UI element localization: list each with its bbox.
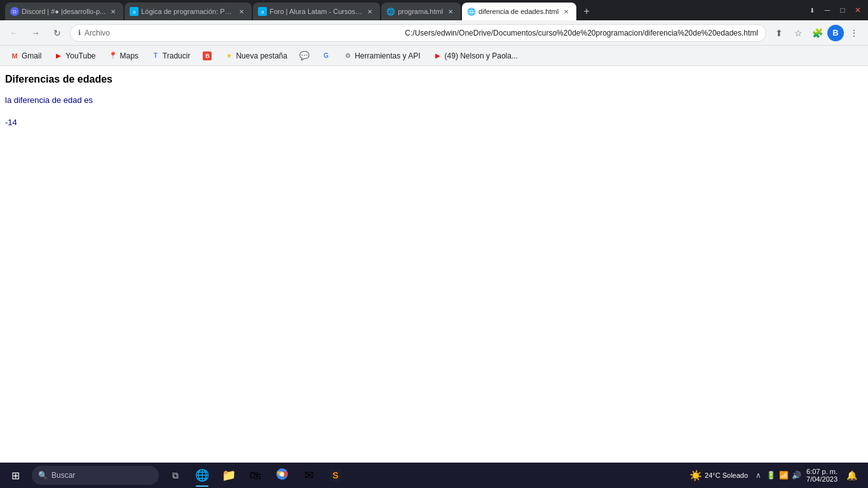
profile-icon[interactable]: ⬇ bbox=[807, 5, 817, 15]
tab-favicon-logica: a bbox=[130, 7, 139, 16]
bookmark-maps[interactable]: 📍 Maps bbox=[104, 48, 144, 64]
browser-toolbar: ← → ↻ ℹ Archivo C:/Users/edwin/OneDrive/… bbox=[0, 20, 868, 46]
gmail-icon: M bbox=[10, 51, 19, 60]
search-icon: 🔍 bbox=[38, 471, 48, 480]
tab-title-logica: Lógica de programación: Pri... bbox=[141, 8, 234, 15]
blogger-icon: B bbox=[203, 51, 212, 60]
tab-logica[interactable]: a Lógica de programación: Pri... ✕ bbox=[125, 3, 252, 20]
taskbar-sublime[interactable]: S bbox=[323, 463, 348, 488]
taskbar-edge[interactable]: 🌐 bbox=[189, 463, 215, 488]
refresh-button[interactable]: ↻ bbox=[48, 24, 66, 42]
mail-icon: ✉ bbox=[304, 468, 314, 482]
tab-title-programa: programa.html bbox=[398, 8, 443, 15]
bookmark-google[interactable]: G bbox=[316, 48, 336, 64]
tab-title-diferencia: diferencia de edades.html bbox=[478, 8, 559, 15]
clock-time: 6:07 p. m. bbox=[806, 468, 837, 475]
network-icon: 📶 bbox=[778, 470, 789, 480]
tab-close-discord[interactable]: ✕ bbox=[108, 6, 118, 17]
page-heading: Diferencias de edades bbox=[5, 74, 863, 85]
taskbar-apps: ⧉ 🌐 📁 🛍 ✉ bbox=[163, 463, 348, 488]
back-button[interactable]: ← bbox=[5, 24, 23, 42]
minimize-button[interactable]: ─ bbox=[822, 5, 832, 15]
page-content: Diferencias de edades la diferencia de e… bbox=[0, 66, 868, 463]
bookmark-youtube-label: YouTube bbox=[65, 51, 95, 60]
taskview-icon: ⧉ bbox=[172, 470, 179, 481]
taskbar-mail[interactable]: ✉ bbox=[296, 463, 322, 488]
tab-favicon-diferencia: 🌐 bbox=[467, 7, 476, 16]
bookmark-b[interactable]: B bbox=[198, 48, 217, 64]
page-result: -14 bbox=[5, 118, 863, 127]
page-text: la diferencia de edad es bbox=[5, 95, 863, 105]
maximize-button[interactable]: □ bbox=[837, 5, 848, 15]
bookmark-herramientas[interactable]: ⚙ Herramientas y API bbox=[338, 48, 425, 64]
tab-close-logica[interactable]: ✕ bbox=[236, 6, 247, 17]
clock-date: 7/04/2023 bbox=[806, 475, 837, 483]
tab-close-programa[interactable]: ✕ bbox=[445, 6, 456, 17]
herramientas-icon: ⚙ bbox=[343, 51, 352, 60]
bookmark-nelson-label: (49) Nelson y Paola... bbox=[445, 51, 518, 60]
chrome-icon bbox=[276, 468, 288, 483]
sublime-icon: S bbox=[330, 469, 341, 482]
start-button[interactable]: ⊞ bbox=[3, 463, 28, 488]
address-url: C:/Users/edwin/OneDrive/Documentos/curso… bbox=[405, 29, 758, 37]
battery-icon: 🔋 bbox=[766, 470, 776, 480]
window-controls: ⬇ ─ □ ✕ bbox=[807, 5, 863, 15]
search-box[interactable]: 🔍 Buscar bbox=[32, 466, 159, 485]
menu-button[interactable]: ⋮ bbox=[845, 24, 863, 42]
search-placeholder: Buscar bbox=[51, 471, 75, 480]
bookmark-maps-label: Maps bbox=[120, 51, 139, 60]
close-button[interactable]: ✕ bbox=[853, 5, 863, 15]
bookmarks-bar: M Gmail ▶ YouTube 📍 Maps T Traducir B ★ … bbox=[0, 46, 868, 66]
bookmark-gmail-label: Gmail bbox=[22, 51, 41, 60]
tab-programa[interactable]: 🌐 programa.html ✕ bbox=[381, 3, 461, 20]
title-bar: D Discord | #● |desarrollo-p... ✕ a Lógi… bbox=[0, 0, 868, 20]
tab-discord[interactable]: D Discord | #● |desarrollo-p... ✕ bbox=[5, 3, 123, 20]
bookmark-herramientas-label: Herramientas y API bbox=[355, 51, 420, 60]
nelson-icon: ▶ bbox=[433, 51, 442, 60]
address-lock-icon: ℹ bbox=[78, 29, 81, 37]
whatsapp-icon: 💬 bbox=[300, 51, 309, 60]
svg-point-2 bbox=[280, 472, 284, 476]
tab-diferencia[interactable]: 🌐 diferencia de edades.html ✕ bbox=[462, 3, 576, 20]
google-icon: G bbox=[322, 51, 330, 60]
profile-button[interactable]: B bbox=[827, 25, 844, 41]
tab-favicon-foro: a bbox=[258, 7, 267, 16]
taskbar-chrome[interactable] bbox=[269, 463, 295, 488]
tab-title-discord: Discord | #● |desarrollo-p... bbox=[22, 8, 105, 15]
bookmark-youtube[interactable]: ▶ YouTube bbox=[49, 48, 100, 64]
maps-icon: 📍 bbox=[109, 51, 118, 60]
toolbar-icons: ⬆ ☆ 🧩 B ⋮ bbox=[770, 24, 863, 42]
taskbar-explorer[interactable]: 📁 bbox=[216, 463, 241, 488]
tab-strip: D Discord | #● |desarrollo-p... ✕ a Lógi… bbox=[5, 0, 807, 20]
tab-title-foro: Foro | Alura Latam - Cursos ... bbox=[269, 8, 362, 15]
taskbar-store[interactable]: 🛍 bbox=[243, 463, 268, 488]
store-icon: 🛍 bbox=[250, 469, 261, 482]
weather-widget[interactable]: ☀️ 24°C Soleado bbox=[687, 470, 750, 482]
address-bar[interactable]: ℹ Archivo C:/Users/edwin/OneDrive/Docume… bbox=[70, 24, 766, 42]
notification-button[interactable]: 🔔 bbox=[843, 466, 860, 484]
extensions-button[interactable]: 🧩 bbox=[808, 24, 826, 42]
volume-icon[interactable]: 🔊 bbox=[791, 470, 801, 480]
bookmark-nueva-pestana[interactable]: ★ Nueva pestaña bbox=[219, 48, 292, 64]
tab-close-foro[interactable]: ✕ bbox=[365, 6, 375, 17]
share-button[interactable]: ⬆ bbox=[770, 24, 788, 42]
youtube-icon: ▶ bbox=[54, 51, 63, 60]
bookmark-translate-label: Traducir bbox=[163, 51, 191, 60]
bookmark-nueva-pestana-label: Nueva pestaña bbox=[236, 51, 287, 60]
tab-foro[interactable]: a Foro | Alura Latam - Cursos ... ✕ bbox=[253, 3, 380, 20]
forward-button[interactable]: → bbox=[27, 24, 44, 42]
tab-favicon-programa: 🌐 bbox=[386, 7, 395, 16]
bookmark-nelson[interactable]: ▶ (49) Nelson y Paola... bbox=[428, 48, 523, 64]
tab-close-diferencia[interactable]: ✕ bbox=[561, 6, 571, 17]
taskbar-taskview[interactable]: ⧉ bbox=[163, 463, 188, 488]
bookmark-gmail[interactable]: M Gmail bbox=[5, 48, 46, 64]
bookmark-translate[interactable]: T Traducir bbox=[146, 48, 196, 64]
bookmark-whatsapp[interactable]: 💬 bbox=[295, 48, 314, 64]
taskbar: ⊞ 🔍 Buscar ⧉ 🌐 📁 🛍 bbox=[0, 463, 868, 488]
taskbar-right: ☀️ 24°C Soleado ∧ 🔋 📶 🔊 6:07 p. m. 7/04/… bbox=[682, 466, 865, 484]
bookmark-button[interactable]: ☆ bbox=[789, 24, 807, 42]
tray-up-arrow[interactable]: ∧ bbox=[753, 470, 763, 480]
tab-favicon-discord: D bbox=[10, 7, 19, 16]
new-tab-button[interactable]: + bbox=[578, 3, 595, 20]
clock[interactable]: 6:07 p. m. 7/04/2023 bbox=[804, 468, 840, 483]
